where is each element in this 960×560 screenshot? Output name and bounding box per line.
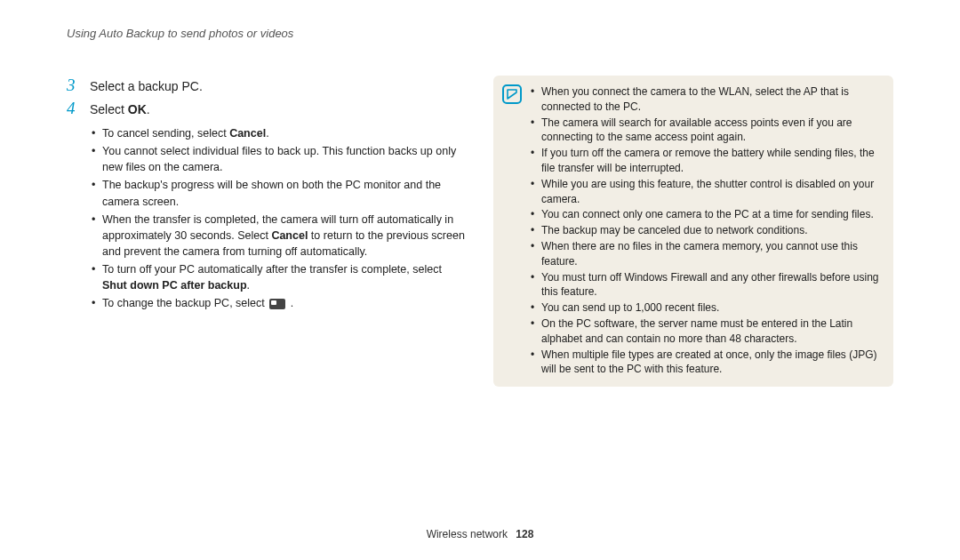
- note-icon: [502, 84, 522, 104]
- bullet-text-pre: To change the backup PC, select: [102, 297, 268, 309]
- left-bullet-list: To cancel sending, select Cancel. You ca…: [92, 125, 467, 311]
- left-column: 3 Select a backup PC. 4 Select OK. To ca…: [67, 76, 467, 387]
- bullet-text-pre: To turn off your PC automatically after …: [102, 263, 442, 276]
- page-header: Using Auto Backup to send photos or vide…: [67, 27, 893, 40]
- list-item: The backup may be canceled due to networ…: [531, 223, 883, 238]
- list-item: To change the backup PC, select .: [92, 295, 467, 311]
- list-item: To turn off your PC automatically after …: [92, 261, 467, 293]
- list-item: If you turn off the camera or remove the…: [531, 146, 883, 176]
- step-4: 4 Select OK.: [67, 99, 467, 118]
- bullet-text-bold: Shut down PC after backup: [102, 279, 247, 292]
- right-column: When you connect the camera to the WLAN,…: [493, 76, 893, 387]
- step-text-bold: OK: [128, 102, 147, 116]
- list-item: The backup's progress will be shown on b…: [92, 177, 467, 209]
- page-footer: Wireless network 128: [0, 528, 960, 540]
- list-item: You can send up to 1,000 recent files.: [531, 300, 883, 316]
- bullet-text-post: .: [287, 297, 293, 309]
- list-item: On the PC software, the server name must…: [531, 316, 883, 347]
- bullet-text-pre: To cancel sending, select: [102, 127, 229, 140]
- list-item: While you are using this feature, the sh…: [531, 177, 883, 207]
- list-item: You must turn off Windows Firewall and a…: [531, 270, 883, 300]
- content-columns: 3 Select a backup PC. 4 Select OK. To ca…: [67, 76, 893, 387]
- list-item: You cannot select individual files to ba…: [92, 143, 467, 175]
- step-text-post: .: [147, 102, 150, 116]
- pc-selector-icon: [269, 299, 285, 309]
- bullet-text-post: .: [266, 127, 268, 140]
- step-text: Select OK.: [90, 102, 150, 116]
- list-item: To cancel sending, select Cancel.: [92, 125, 467, 141]
- list-item: When you connect the camera to the WLAN,…: [531, 84, 883, 115]
- bullet-text-bold: Cancel: [271, 229, 308, 242]
- step-number: 3: [67, 76, 81, 95]
- list-item: You can connect only one camera to the P…: [531, 207, 883, 222]
- step-number: 4: [67, 99, 81, 118]
- list-item: The camera will search for available acc…: [531, 116, 883, 146]
- note-box: When you connect the camera to the WLAN,…: [493, 76, 893, 387]
- bullet-text-bold: Cancel: [229, 127, 266, 140]
- list-item: When the transfer is completed, the came…: [92, 212, 467, 260]
- step-text-pre: Select: [90, 102, 128, 116]
- step-3: 3 Select a backup PC.: [67, 76, 467, 95]
- list-item: When multiple file types are created at …: [531, 348, 883, 378]
- list-item: When there are no files in the camera me…: [531, 239, 883, 269]
- step-text: Select a backup PC.: [90, 79, 203, 93]
- bullet-text-post: .: [247, 279, 250, 292]
- footer-section: Wireless network: [427, 528, 508, 540]
- page-number: 128: [516, 528, 533, 540]
- page-container: Using Auto Backup to send photos or vide…: [0, 0, 960, 387]
- note-list: When you connect the camera to the WLAN,…: [531, 84, 883, 377]
